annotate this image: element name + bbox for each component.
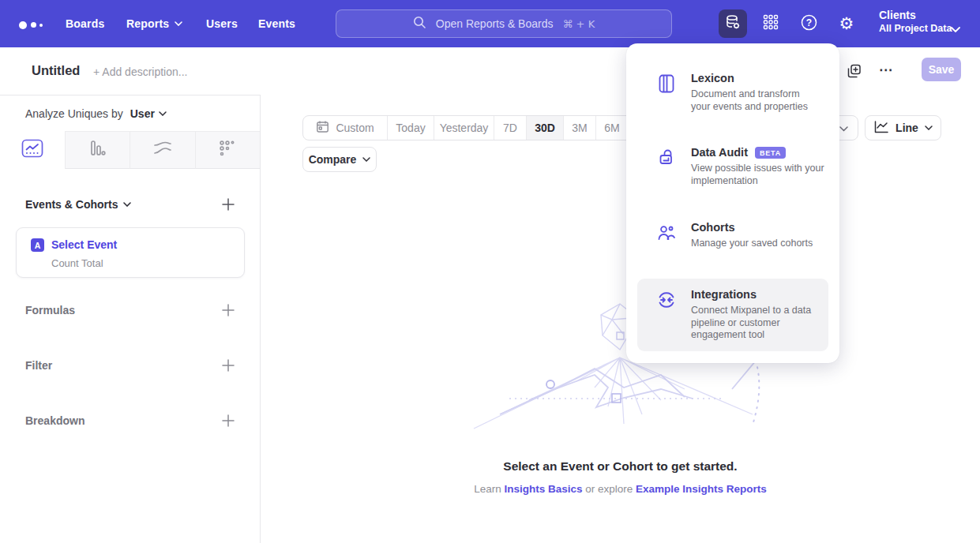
add-event-button[interactable]	[222, 198, 235, 211]
audit-lock-icon	[656, 148, 677, 168]
sync-arrows-icon	[656, 290, 677, 310]
svg-text:?: ?	[805, 17, 811, 28]
apps-grid-button[interactable]	[757, 9, 785, 38]
range-today[interactable]: Today	[388, 116, 434, 140]
range-yesterday[interactable]: Yesterday	[434, 116, 494, 140]
project-switcher[interactable]: Clients All Project Data	[879, 9, 952, 34]
people-icon	[656, 223, 677, 243]
compare-button[interactable]: Compare	[302, 147, 377, 172]
menu-item-data-audit[interactable]: Data Audit BETA View possible issues wit…	[637, 137, 828, 197]
menu-item-description: Connect Mixpanel to a data pipeline or c…	[691, 305, 827, 342]
line-chart-icon	[21, 139, 43, 161]
chart-type-tabs	[0, 131, 260, 169]
insights-basics-link[interactable]: Insights Basics	[504, 483, 582, 495]
event-card[interactable]: A Select Event Count Total	[16, 227, 245, 278]
nav-item-reports[interactable]: Reports	[126, 0, 182, 47]
gear-icon: ⚙	[839, 16, 854, 32]
events-cohorts-section: Events & Cohorts	[25, 197, 235, 212]
range-6m[interactable]: 6M	[596, 116, 629, 140]
select-event-label[interactable]: Select Event	[51, 238, 117, 251]
menu-item-title: Cohorts	[691, 221, 735, 234]
bar-chart-icon	[88, 139, 107, 161]
range-custom[interactable]: Custom	[303, 116, 388, 140]
menu-item-title: Data Audit	[691, 146, 748, 159]
subtitle-prefix: Learn	[474, 483, 501, 495]
chevron-down-icon	[175, 21, 182, 26]
help-icon: ?	[800, 13, 818, 35]
breakdown-header: Breakdown	[25, 414, 84, 427]
events-cohorts-header[interactable]: Events & Cohorts	[25, 198, 131, 211]
menu-item-description: Manage your saved cohorts	[691, 238, 849, 250]
analyze-label: Analyze Uniques by	[25, 107, 123, 120]
duplicate-button[interactable]	[847, 63, 862, 79]
add-filter-button[interactable]	[222, 359, 235, 372]
add-breakdown-button[interactable]	[222, 414, 235, 427]
mixpanel-logo[interactable]	[19, 17, 51, 30]
filter-header: Filter	[25, 359, 52, 372]
org-name: Clients	[879, 9, 952, 21]
query-builder-sidebar: Analyze Uniques by User	[0, 95, 261, 543]
database-gear-icon	[724, 13, 742, 34]
breakdown-section: Breakdown	[25, 413, 235, 429]
save-button[interactable]: Save	[922, 58, 961, 81]
tab-metrics[interactable]	[195, 131, 261, 169]
search-icon	[413, 16, 426, 32]
data-management-menu: Lexicon Document and transform your even…	[626, 43, 839, 363]
menu-item-integrations[interactable]: Integrations Connect Mixpanel to a data …	[637, 279, 828, 351]
chevron-down-icon	[839, 122, 848, 134]
search-input[interactable]: Open Reports & Boards ⌘ + K	[336, 9, 672, 38]
range-30d[interactable]: 30D	[527, 116, 564, 140]
empty-state-title: Select an Event or Cohort to get started…	[261, 459, 980, 474]
count-total-label[interactable]: Count Total	[51, 257, 103, 269]
menu-item-title: Integrations	[691, 288, 757, 301]
menu-item-description: View possible issues with your implement…	[691, 163, 843, 187]
range-7d[interactable]: 7D	[494, 116, 527, 140]
example-reports-link[interactable]: Example Insights Reports	[636, 483, 767, 495]
menu-item-description: Document and transform your events and p…	[691, 88, 819, 113]
nav-item-users[interactable]: Users	[206, 0, 238, 47]
chevron-down-icon[interactable]	[951, 21, 960, 36]
tab-line-chart[interactable]	[0, 131, 65, 169]
formulas-section: Formulas	[25, 302, 235, 318]
help-button[interactable]: ?	[794, 9, 823, 38]
add-formula-button[interactable]	[222, 304, 235, 316]
formulas-header: Formulas	[25, 304, 75, 316]
report-title[interactable]: Untitled	[32, 63, 80, 78]
nav-item-events[interactable]: Events	[258, 0, 295, 47]
top-navigation: Boards Reports Users Events Open Reports…	[0, 0, 980, 47]
book-icon	[656, 73, 677, 94]
beta-badge: BETA	[755, 147, 786, 159]
project-name: All Project Data	[879, 23, 952, 34]
filter-section: Filter	[25, 358, 235, 373]
analyze-by-dropdown[interactable]: User	[130, 107, 167, 120]
search-placeholder: Open Reports & Boards	[436, 17, 554, 30]
menu-item-title: Lexicon	[691, 72, 734, 84]
analyze-uniques-row: Analyze Uniques by User	[25, 95, 167, 131]
data-management-button[interactable]	[719, 9, 747, 38]
menu-item-cohorts[interactable]: Cohorts Manage your saved cohorts	[637, 212, 828, 260]
chart-type-dropdown[interactable]: Line	[865, 115, 941, 140]
metrics-dots-icon	[218, 139, 237, 161]
settings-button[interactable]: ⚙	[832, 9, 861, 38]
tab-flows[interactable]	[130, 131, 195, 169]
flows-icon	[152, 139, 173, 161]
tab-bar-chart[interactable]	[65, 131, 130, 169]
subtitle-middle: or explore	[585, 483, 633, 495]
add-description-field[interactable]: + Add description...	[93, 66, 187, 78]
event-letter-badge: A	[31, 238, 44, 252]
line-chart-icon	[873, 120, 889, 137]
empty-state-subtitle: Learn Insights Basics or explore Example…	[261, 483, 980, 495]
range-3m[interactable]: 3M	[564, 116, 596, 140]
search-shortcut: ⌘ + K	[562, 18, 595, 30]
nav-item-boards[interactable]: Boards	[66, 0, 104, 47]
calendar-icon	[316, 120, 329, 136]
menu-item-lexicon[interactable]: Lexicon Document and transform your even…	[637, 62, 828, 122]
more-options-button[interactable]: ⋯	[879, 62, 894, 78]
grid-icon	[762, 13, 779, 34]
